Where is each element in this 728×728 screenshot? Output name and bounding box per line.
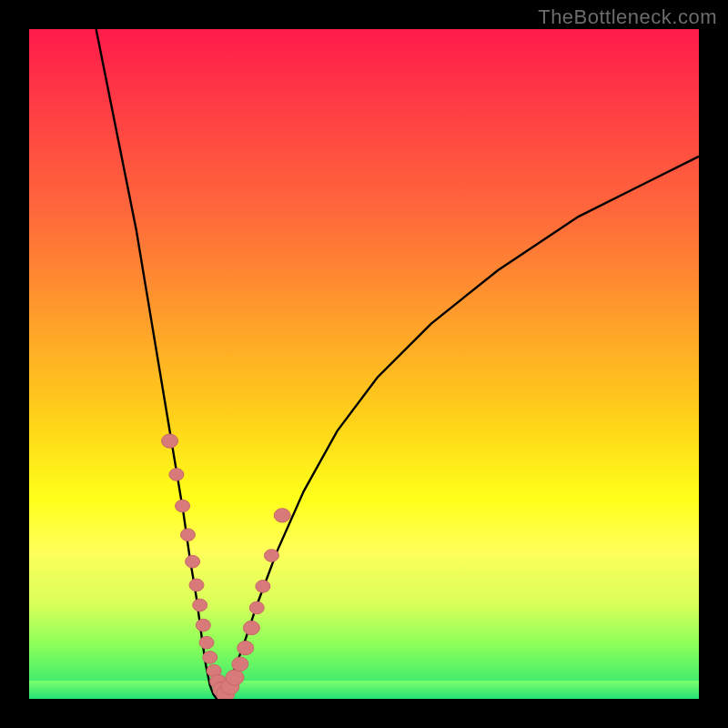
bead: [186, 555, 200, 568]
curve-left: [96, 29, 217, 699]
bead: [256, 581, 270, 593]
bead: [196, 619, 210, 632]
bead-cluster-right: [221, 509, 290, 695]
bead: [180, 529, 195, 541]
bead: [238, 641, 254, 654]
bead: [249, 602, 264, 614]
bead: [176, 500, 190, 512]
bead: [189, 579, 204, 592]
chart-frame: TheBottleneck.com: [0, 0, 728, 728]
bead: [199, 636, 214, 649]
watermark-text: TheBottleneck.com: [538, 5, 717, 29]
chart-overlay: [29, 29, 699, 699]
bead: [264, 550, 278, 562]
bead: [232, 657, 248, 671]
bead: [203, 652, 217, 664]
bead: [243, 621, 259, 634]
curve-right: [217, 157, 699, 699]
bead-cluster-left: [162, 434, 235, 699]
bead: [274, 509, 290, 522]
plot-area: [29, 29, 699, 699]
bottom-green-strip: [29, 681, 699, 699]
bead: [162, 434, 178, 448]
bead: [169, 469, 184, 481]
bead: [193, 599, 207, 612]
bead: [207, 664, 221, 677]
